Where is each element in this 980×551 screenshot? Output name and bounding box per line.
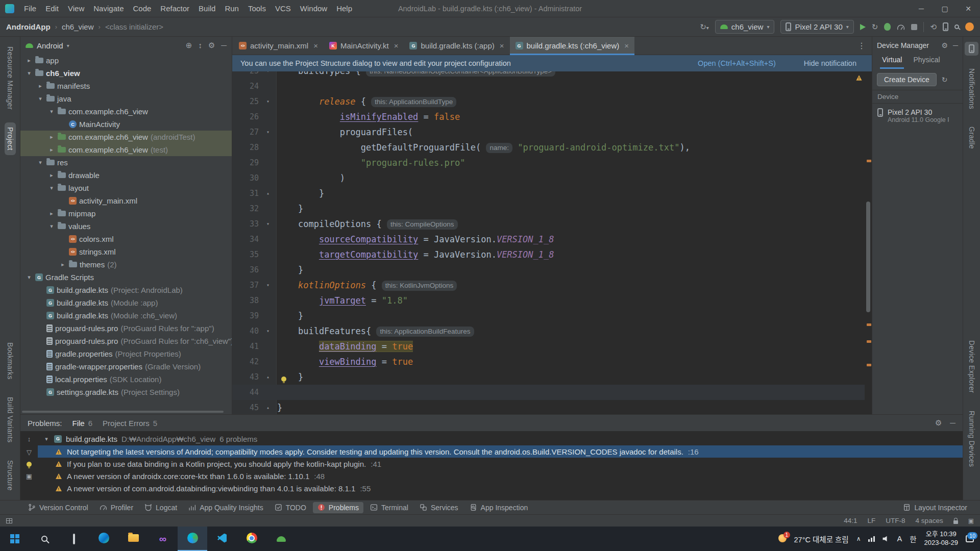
quickfix-bulb-icon[interactable] bbox=[27, 462, 32, 467]
tree-item[interactable]: proguard-rules.pro(ProGuard Rules for ":… bbox=[20, 335, 232, 347]
code-line-30[interactable]: 30 ) bbox=[232, 170, 865, 186]
chevron-right-icon[interactable]: ▸ bbox=[26, 57, 33, 64]
ime-english-indicator[interactable]: A bbox=[897, 535, 902, 543]
line-ending[interactable]: LF bbox=[868, 517, 876, 524]
tool-stripe-gradle[interactable]: Gradle bbox=[966, 122, 977, 154]
code-line-28[interactable]: 28 getDefaultProguardFile( name: "progua… bbox=[232, 140, 865, 155]
menu-file[interactable]: File bbox=[19, 2, 41, 15]
warning-stripe-mark[interactable] bbox=[867, 340, 871, 343]
tree-item[interactable]: gradle-wrapper.properties(Gradle Version… bbox=[20, 360, 232, 373]
tree-item[interactable]: ▾values bbox=[20, 220, 232, 233]
toolwindow-terminal[interactable]: Terminal bbox=[365, 502, 413, 513]
tree-item[interactable]: ▾res bbox=[20, 156, 232, 169]
chevron-down-icon[interactable]: ▾ bbox=[48, 223, 55, 230]
menu-help[interactable]: Help bbox=[332, 2, 357, 15]
tree-item[interactable]: ▸mipmap bbox=[20, 207, 232, 220]
code-line-37[interactable]: 37▾ kotlinOptions { this: KotlinJvmOptio… bbox=[232, 278, 865, 293]
stop-button[interactable] bbox=[911, 24, 917, 30]
tree-item[interactable]: local.properties(SDK Location) bbox=[20, 373, 232, 386]
code-line-24[interactable]: 24 bbox=[232, 79, 865, 94]
menu-code[interactable]: Code bbox=[128, 2, 156, 15]
device-column-header[interactable]: Device bbox=[872, 90, 963, 104]
expand-collapse-icon[interactable]: ↕ bbox=[198, 41, 202, 50]
problems-tab-project-errors[interactable]: Project Errors5 bbox=[103, 419, 157, 428]
code-line-43[interactable]: 43▴ } bbox=[232, 369, 865, 385]
chevron-down-icon[interactable]: ▾ bbox=[37, 95, 44, 102]
breadcrumb-item[interactable]: ch6_view bbox=[62, 22, 94, 31]
editor-tab[interactable]: <>activity_main.xml× bbox=[233, 37, 324, 55]
tree-item[interactable]: <>strings.xml bbox=[20, 245, 232, 258]
taskbar-edge[interactable] bbox=[89, 527, 118, 551]
toolwindow-layout-inspector[interactable]: Layout Inspector bbox=[898, 502, 972, 513]
hide-panel-icon[interactable]: ─ bbox=[221, 41, 227, 50]
project-view-selector[interactable]: Android bbox=[37, 41, 63, 50]
notifications-icon[interactable]: ▣ bbox=[968, 517, 974, 524]
notification-open-link[interactable]: Open (Ctrl+Alt+Shift+S) bbox=[698, 59, 776, 67]
taskbar-search[interactable] bbox=[30, 527, 59, 551]
taskbar-chrome[interactable] bbox=[237, 527, 266, 551]
tool-stripe-device-explorer[interactable]: Device Explorer bbox=[966, 336, 977, 397]
debug-button[interactable] bbox=[884, 23, 891, 31]
close-icon[interactable]: × bbox=[394, 41, 399, 50]
profile-avatar[interactable] bbox=[965, 22, 974, 31]
chevron-down-icon[interactable]: ▾ bbox=[37, 159, 44, 166]
tree-item[interactable]: ▾layout bbox=[20, 182, 232, 194]
tree-item[interactable]: CMainActivity bbox=[20, 118, 232, 131]
tool-stripe-notifications[interactable]: Notifications bbox=[966, 64, 977, 114]
toolwindow-app-quality-insights[interactable]: App Quality Insights bbox=[184, 502, 268, 513]
taskbar-explorer[interactable] bbox=[118, 527, 148, 551]
code-line-38[interactable]: 38 jvmTarget = "1.8" bbox=[232, 293, 865, 308]
warning-stripe-mark[interactable] bbox=[867, 364, 871, 366]
chevron-down-icon[interactable]: ▾ bbox=[26, 70, 33, 77]
minimize-button[interactable]: ─ bbox=[910, 0, 933, 17]
vcs-update-icon[interactable]: ↻▾ bbox=[700, 22, 709, 32]
tree-item[interactable]: ▾ch6_view bbox=[20, 67, 232, 80]
gear-icon[interactable]: ⚙ bbox=[942, 41, 948, 49]
inspections-widget[interactable]: ! bbox=[855, 74, 863, 83]
code-line-33[interactable]: 33▾ compileOptions { this: CompileOption… bbox=[232, 216, 865, 232]
tool-stripe-resource-manager[interactable]: Resource Manager bbox=[5, 42, 16, 114]
code-line-32[interactable]: 32 } bbox=[232, 201, 865, 216]
editor-tab[interactable]: Gbuild.gradle.kts (:ch6_view)× bbox=[510, 37, 635, 55]
code-line-42[interactable]: 42 viewBinding = true bbox=[232, 354, 865, 369]
tree-item[interactable]: ▸app bbox=[20, 54, 232, 67]
tool-stripe-build-variants[interactable]: Build Variants bbox=[5, 392, 16, 447]
menu-window[interactable]: Window bbox=[296, 2, 332, 15]
code-line-39[interactable]: 39 } bbox=[232, 308, 865, 323]
gear-icon[interactable]: ⚙ bbox=[935, 418, 942, 428]
close-icon[interactable]: × bbox=[500, 41, 504, 50]
taskbar-visual-studio[interactable]: ∞ bbox=[148, 527, 178, 551]
weather-icon[interactable]: 1 bbox=[778, 534, 787, 544]
hide-panel-icon[interactable]: ─ bbox=[953, 41, 958, 49]
problems-file-row[interactable]: ▾ G build.gradle.kts D:₩AndroidApp₩ch6_v… bbox=[38, 432, 963, 445]
tree-item[interactable]: ▾java bbox=[20, 92, 232, 105]
tree-item[interactable]: <>colors.xml bbox=[20, 233, 232, 245]
problem-row[interactable]: !Not targeting the latest versions of An… bbox=[38, 445, 963, 458]
hide-panel-icon[interactable]: ─ bbox=[950, 418, 955, 428]
editor-tab[interactable]: KMainActivity.kt× bbox=[324, 37, 404, 55]
layout-grid-icon[interactable] bbox=[6, 518, 12, 523]
search-everywhere-icon[interactable] bbox=[954, 24, 959, 29]
tab-virtual[interactable]: Virtual bbox=[877, 54, 907, 68]
tree-item[interactable]: gradle.properties(Project Properties) bbox=[20, 347, 232, 360]
chevron-down-icon[interactable]: ▾ bbox=[43, 436, 50, 442]
maximize-button[interactable]: ▢ bbox=[933, 0, 957, 17]
network-icon[interactable] bbox=[868, 536, 875, 542]
close-icon[interactable]: × bbox=[624, 41, 629, 50]
tree-item[interactable]: ▸com.example.ch6_view(test) bbox=[20, 143, 232, 156]
toolwindow-todo[interactable]: TODO bbox=[270, 502, 311, 513]
sort-icon[interactable]: ↕ bbox=[28, 435, 31, 443]
scrollbar-thumb[interactable] bbox=[866, 202, 870, 312]
tool-stripe-structure[interactable]: Structure bbox=[5, 456, 16, 495]
refresh-icon[interactable]: ↻ bbox=[942, 76, 948, 84]
clock[interactable]: 오후 10:39 2023-08-29 bbox=[924, 530, 959, 547]
toolwindow-profiler[interactable]: Profiler bbox=[95, 502, 138, 513]
code-line-35[interactable]: 35 targetCompatibility = JavaVersion.VER… bbox=[232, 247, 865, 262]
taskbar-task-view[interactable] bbox=[59, 527, 89, 551]
warning-stripe-mark[interactable] bbox=[867, 323, 871, 326]
hidden-icons-chevron[interactable]: ∧ bbox=[856, 535, 861, 542]
tree-item[interactable]: Gbuild.gradle.kts(Module :ch6_view) bbox=[20, 309, 232, 322]
device-row[interactable]: Pixel 2 API 30 Android 11.0 Google P bbox=[872, 104, 963, 128]
menu-tools[interactable]: Tools bbox=[243, 2, 271, 15]
fold-marker[interactable]: ▴ bbox=[264, 400, 272, 414]
